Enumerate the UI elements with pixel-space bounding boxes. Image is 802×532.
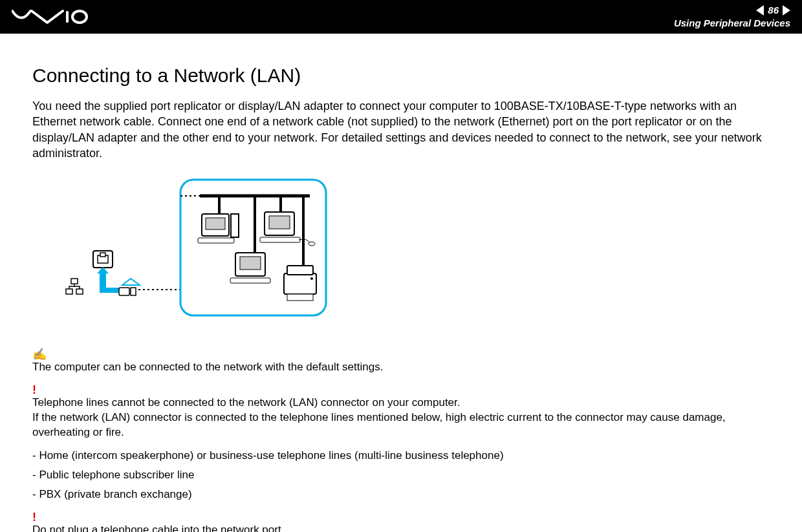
warning-icon: !: [32, 511, 770, 523]
intro-paragraph: You need the supplied port replicator or…: [32, 98, 770, 161]
warning-block-2: ! Do not plug a telephone cable into the…: [32, 511, 770, 532]
warning-block: ! Telephone lines cannot be connected to…: [32, 384, 770, 440]
vaio-logo-svg: [12, 9, 89, 25]
svg-rect-23: [287, 266, 313, 275]
next-page-arrow-icon[interactable]: [783, 5, 790, 16]
section-title: Using Peripheral Devices: [674, 18, 790, 29]
note-icon: ✍: [32, 348, 770, 360]
small-computer-icon: [119, 288, 136, 295]
svg-rect-28: [76, 289, 83, 294]
page-nav: 86: [756, 5, 790, 16]
svg-rect-22: [284, 273, 316, 294]
network-icon: [66, 279, 83, 294]
warning-text-line2: If the network (LAN) connector is connec…: [32, 410, 770, 440]
svg-point-18: [309, 242, 315, 246]
note-block: ✍ The computer can be connected to the n…: [32, 348, 770, 375]
svg-rect-21: [230, 278, 270, 283]
svg-point-25: [310, 277, 313, 280]
svg-rect-14: [231, 214, 239, 237]
svg-rect-16: [269, 216, 290, 229]
svg-rect-12: [206, 218, 225, 229]
pc-icon: [230, 253, 270, 283]
warning-text-line1: Telephone lines cannot be connected to t…: [32, 396, 770, 410]
svg-rect-34: [119, 288, 129, 295]
svg-rect-32: [100, 272, 106, 290]
list-item: Home (intercom speakerphone) or business…: [32, 449, 770, 462]
svg-point-1: [72, 11, 87, 23]
pc-icon: [198, 214, 239, 243]
svg-rect-17: [260, 237, 300, 242]
lan-diagram: [54, 176, 770, 328]
svg-rect-24: [287, 294, 313, 301]
page-title: Connecting to a Network (LAN): [32, 65, 770, 87]
warning-icon: !: [32, 384, 770, 396]
svg-rect-31: [100, 253, 105, 257]
svg-rect-35: [131, 288, 136, 295]
svg-rect-13: [198, 238, 234, 243]
svg-rect-20: [240, 257, 261, 270]
page-content: Connecting to a Network (LAN) You need t…: [0, 34, 802, 532]
warning-text-2: Do not plug a telephone cable into the n…: [32, 523, 770, 532]
list-item: Public telephone subscriber line: [32, 469, 770, 482]
ethernet-port-icon: [93, 251, 113, 268]
prev-page-arrow-icon[interactable]: [756, 5, 764, 16]
page-number: 86: [768, 5, 779, 16]
svg-rect-26: [71, 279, 78, 284]
printer-icon: [284, 266, 316, 301]
adapter-icon: [122, 279, 140, 285]
note-text: The computer can be connected to the net…: [32, 360, 770, 375]
vaio-logo: [12, 0, 89, 34]
svg-rect-0: [66, 11, 69, 23]
svg-rect-33: [100, 288, 119, 293]
lan-diagram-svg: [54, 176, 332, 325]
header-right: 86 Using Peripheral Devices: [674, 5, 790, 28]
list-item: PBX (private branch exchange): [32, 488, 770, 501]
page-header: 86 Using Peripheral Devices: [0, 0, 802, 34]
svg-rect-27: [66, 289, 72, 294]
warning-list: Home (intercom speakerphone) or business…: [32, 449, 770, 501]
